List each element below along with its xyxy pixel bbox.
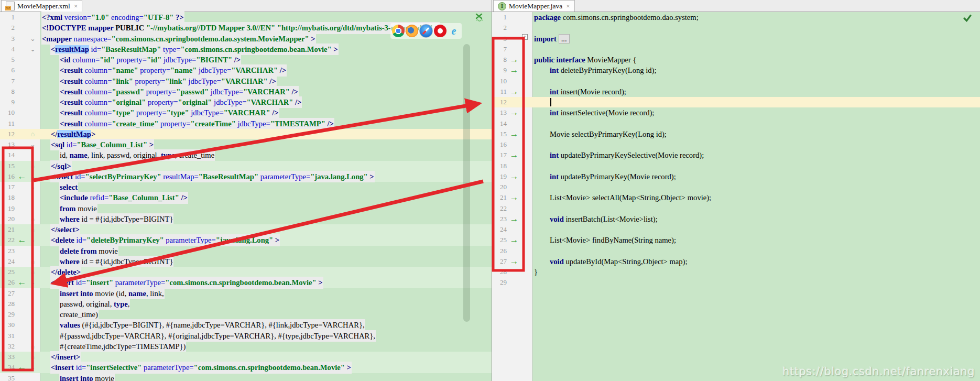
- code-line-18[interactable]: 18<include refid="Base_Column_List" />: [0, 192, 492, 203]
- code-text[interactable]: <!DOCTYPE mapper PUBLIC "-//mybatis.org/…: [42, 23, 439, 33]
- java-code-editor[interactable]: 1package com.simons.cn.springbootdemo.da…: [492, 12, 980, 381]
- code-text[interactable]: <insert id="insertSelective" parameterTy…: [51, 362, 351, 373]
- code-text[interactable]: import ...: [534, 34, 570, 44]
- code-line-28[interactable]: 28passwd, original, type,: [0, 299, 492, 309]
- code-text[interactable]: <result column="link" property="link" jd…: [60, 76, 276, 86]
- code-line-18[interactable]: 18: [492, 161, 980, 171]
- line-number[interactable]: 13: [1, 139, 15, 150]
- fold-toggle-icon[interactable]: ⌄: [28, 171, 37, 182]
- firefox-icon[interactable]: [406, 25, 418, 37]
- code-line-6[interactable]: 6<result column="name" property="name" j…: [0, 65, 492, 75]
- line-number[interactable]: 26: [493, 246, 507, 256]
- code-text[interactable]: <result column="name" property="name" jd…: [60, 65, 286, 75]
- code-line-10[interactable]: 10<result column="type" property="type" …: [0, 107, 492, 118]
- close-tab-icon[interactable]: ×: [74, 2, 78, 10]
- line-number[interactable]: 14: [493, 118, 507, 129]
- line-number[interactable]: 16: [493, 139, 507, 150]
- fold-toggle-icon[interactable]: +: [520, 34, 529, 40]
- code-line-17[interactable]: 17→int updateByPrimaryKeySelective(Movie…: [492, 150, 980, 160]
- line-number[interactable]: 6: [1, 65, 15, 75]
- code-text[interactable]: int updateByPrimaryKey(Movie record);: [550, 171, 676, 182]
- code-line-4[interactable]: 4⌄<resultMap id="BaseResultMap" type="co…: [0, 44, 492, 55]
- code-text[interactable]: insert into movie: [60, 373, 114, 381]
- mapper-nav-right-arrow-icon[interactable]: →: [508, 150, 520, 160]
- code-line-7[interactable]: 7: [492, 44, 980, 55]
- bookmark-icon[interactable]: ⌂: [28, 161, 37, 171]
- code-line-14[interactable]: 14id, name, link, passwd, original, type…: [0, 150, 492, 160]
- code-text[interactable]: void updateById(Map<String,Object> map);: [550, 256, 688, 267]
- line-number[interactable]: 20: [493, 182, 507, 192]
- bookmark-icon[interactable]: ⌂: [28, 256, 37, 267]
- code-text[interactable]: </insert>: [51, 352, 80, 362]
- code-text[interactable]: void insertBatch(List<Movie>list);: [550, 214, 658, 224]
- code-line-16[interactable]: 16: [492, 139, 980, 150]
- code-line-13[interactable]: 13→int insertSelective(Movie record);: [492, 107, 980, 118]
- ie-icon[interactable]: e: [448, 25, 460, 37]
- code-line-19[interactable]: 19→int updateByPrimaryKey(Movie record);: [492, 171, 980, 182]
- code-text[interactable]: List<Movie> selectAll(Map<String,Object>…: [550, 192, 711, 203]
- code-line-1[interactable]: 1package com.simons.cn.springbootdemo.da…: [492, 12, 980, 23]
- tab-moviemapper-java[interactable]: I MovieMapper.java ×: [493, 0, 575, 12]
- code-line-12[interactable]: 12⌂</resultMap>: [0, 129, 492, 139]
- line-number[interactable]: 30: [1, 320, 15, 330]
- mapper-nav-right-arrow-icon[interactable]: →: [508, 65, 520, 75]
- code-line-25[interactable]: 25⌂</delete>: [0, 267, 492, 277]
- line-number[interactable]: 3: [1, 34, 15, 44]
- code-text[interactable]: <insert id="insert" parameterType="com.s…: [51, 277, 323, 288]
- code-text[interactable]: where id = #{id,jdbcType=BIGINT}: [60, 214, 173, 224]
- code-line-21[interactable]: 21⌂</select>: [0, 224, 492, 235]
- safari-icon[interactable]: [419, 24, 433, 38]
- code-text[interactable]: }: [534, 267, 538, 277]
- line-number[interactable]: 17: [1, 182, 15, 192]
- inspection-status-icon[interactable]: [475, 13, 484, 22]
- mapper-nav-left-arrow-icon[interactable]: ←: [16, 362, 28, 373]
- line-number[interactable]: 22: [493, 203, 507, 214]
- line-number[interactable]: 15: [493, 129, 507, 139]
- code-line-14[interactable]: 14: [492, 118, 980, 129]
- code-line-8[interactable]: 8<result column="passwd" property="passw…: [0, 86, 492, 97]
- code-text[interactable]: <resultMap id="BaseResultMap" type="com.…: [51, 44, 338, 55]
- line-number[interactable]: 21: [1, 224, 15, 235]
- line-number[interactable]: 23: [493, 214, 507, 224]
- tab-moviemapper-xml[interactable]: <> MovieMapper.xml ×: [1, 0, 82, 12]
- code-line-22[interactable]: 22←⌄<delete id="deleteByPrimaryKey" para…: [0, 235, 492, 245]
- line-number[interactable]: 13: [493, 107, 507, 118]
- line-number[interactable]: 21: [493, 192, 507, 203]
- left-scrollbar-thumb[interactable]: [463, 44, 470, 322]
- bookmark-icon[interactable]: ⌂: [28, 129, 37, 139]
- mapper-nav-right-arrow-icon[interactable]: →: [508, 55, 520, 65]
- line-number[interactable]: 14: [1, 150, 15, 160]
- code-line-26[interactable]: 26: [492, 246, 980, 256]
- code-line-24[interactable]: 24⌂where id = #{id,jdbcType=BIGINT}: [0, 256, 492, 267]
- line-number[interactable]: 34: [1, 362, 15, 373]
- code-line-9[interactable]: 9<result column="original" property="ori…: [0, 97, 492, 107]
- line-number[interactable]: 19: [1, 203, 15, 214]
- code-text[interactable]: values (#{id,jdbcType=BIGINT}, #{name,jd…: [60, 320, 365, 330]
- code-text[interactable]: id, name, link, passwd, original, type, …: [60, 150, 214, 160]
- code-text[interactable]: <result column="type" property="type" jd…: [60, 107, 279, 118]
- code-line-26[interactable]: 26←⌄<insert id="insert" parameterType="c…: [0, 277, 492, 288]
- code-line-25[interactable]: 25→List<Movie> findByName(String name);: [492, 235, 980, 245]
- code-line-31[interactable]: 31#{passwd,jdbcType=VARCHAR}, #{original…: [0, 331, 492, 341]
- line-number[interactable]: 3: [493, 34, 507, 44]
- code-line-15[interactable]: 15→Movie selectByPrimaryKey(Long id);: [492, 129, 980, 139]
- code-text[interactable]: create_time): [60, 309, 98, 320]
- code-line-30[interactable]: 30values (#{id,jdbcType=BIGINT}, #{name,…: [0, 320, 492, 330]
- mapper-nav-right-arrow-icon[interactable]: →: [508, 192, 520, 203]
- line-number[interactable]: 32: [1, 341, 15, 352]
- bookmark-icon[interactable]: ⌂: [28, 341, 37, 352]
- line-number[interactable]: 7: [1, 76, 15, 86]
- line-number[interactable]: 1: [1, 12, 15, 23]
- code-line-32[interactable]: 32⌂#{createTime,jdbcType=TIMESTAMP}): [0, 341, 492, 352]
- code-line-27[interactable]: 27insert into movie (id, name, link,: [0, 288, 492, 299]
- code-text[interactable]: delete from movie: [60, 246, 118, 256]
- line-number[interactable]: 12: [493, 97, 507, 107]
- line-number[interactable]: 8: [493, 55, 507, 65]
- code-line-1[interactable]: 1<?xml version="1.0" encoding="UTF-8" ?>: [0, 12, 492, 23]
- line-number[interactable]: 25: [493, 235, 507, 245]
- code-line-13[interactable]: 13⌄<sql id="Base_Column_List" >: [0, 139, 492, 150]
- bookmark-icon[interactable]: ⌂: [28, 214, 37, 224]
- code-line-28[interactable]: 28}: [492, 267, 980, 277]
- code-line-17[interactable]: 17⌄select: [0, 182, 492, 192]
- code-line-33[interactable]: 33⌂</insert>: [0, 352, 492, 362]
